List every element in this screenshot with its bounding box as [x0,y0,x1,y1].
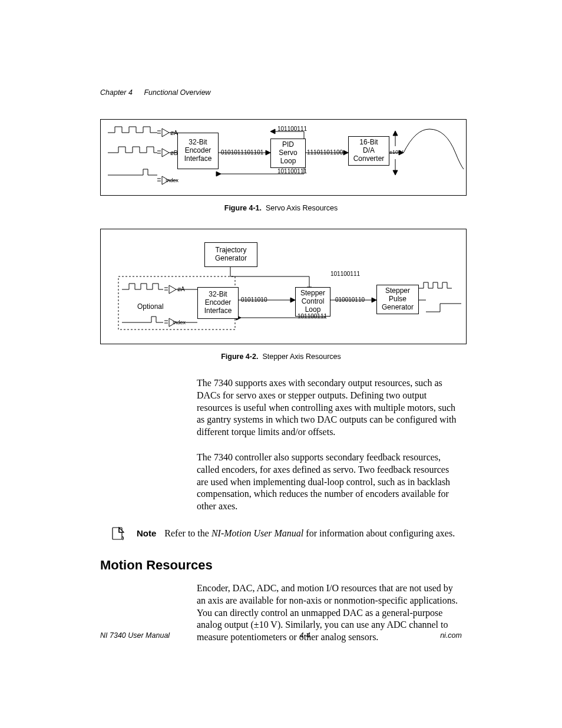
svg-marker-19 [216,172,221,176]
svg-marker-21 [343,150,348,155]
label-bits-top: 101100111 [277,126,307,132]
block-32bit-encoder-interface: 32-BitEncoderInterface [177,133,219,169]
block-stepper-control-loop: StepperControlLoop [295,287,330,317]
block-stepper-pulse-generator: StepperPulseGenerator [376,285,419,314]
chapter-number: Chapter 4 [100,88,133,97]
figure1-caption: Figure 4-1. Servo Axis Resources [100,204,462,212]
block-trajectory-generator: TrajectoryGenerator [204,242,257,267]
label-bits-mid: 010010110 [335,297,365,303]
svg-marker-47 [372,298,376,302]
label-bits-left: 01011010 [241,297,267,303]
block-16bit-da-converter: 16-BitD/AConverter [348,136,389,166]
figure-stepper-axis-resources: TrajectoryGenerator 32-BitEncoderInterfa… [100,229,467,344]
note-icon [111,526,126,541]
paragraph-2: The 7340 controller also supports second… [197,452,462,513]
note-after: for information about configuring axes. [303,528,455,538]
svg-marker-42 [290,298,295,302]
footer-left: NI 7340 User Manual [100,631,170,640]
label-phiA-2: øA [177,286,185,292]
svg-marker-25 [393,131,398,136]
figure2-caption: Figure 4-2. Stepper Axis Resources [100,353,462,361]
section-heading-motion-resources: Motion Resources [100,558,462,573]
note-before: Refer to the [164,528,211,538]
footer-right: ni.com [440,631,462,640]
label-pm10v: ±10 V [389,149,403,155]
figure-servo-axis-resources: 32-BitEncoderInterface PIDServoLoop 16-B… [100,119,467,196]
label-phiB: øB [170,150,178,156]
page-footer: NI 7340 User Manual 4-4 ni.com [100,631,462,640]
label-bits-mid-right: 11101101100 [307,149,343,156]
page: Chapter 4 Functional Overview [0,0,562,728]
label-bits-bot-2: 101100111 [297,313,327,319]
chapter-title: Functional Overview [144,88,210,97]
label-bits-bot: 101100111 [277,168,307,174]
label-optional: Optional [137,302,164,311]
block-pid-servo-loop: PIDServoLoop [270,139,306,168]
svg-marker-5 [162,149,169,157]
label-bits-mid-left: 0101011101101 [221,149,263,156]
label-phiA: øA [170,130,178,136]
chapter-header: Chapter 4 Functional Overview [100,88,462,97]
footer-center: 4-4 [300,631,310,640]
paragraph-1: The 7340 supports axes with secondary ou… [197,377,462,439]
figure2-caption-no: Figure 4-2. [221,353,258,361]
note-text: Note Refer to the NI-Motion User Manual … [137,528,455,540]
label-index-2: Index [173,319,186,325]
note-label: Note [137,528,156,538]
figure2-caption-text: Stepper Axis Resources [262,353,340,361]
figure1-caption-no: Figure 4-1. [224,204,262,212]
note-row: Note Refer to the NI-Motion User Manual … [100,526,462,541]
note-italic: NI-Motion User Manual [211,528,303,538]
svg-marker-15 [270,129,275,134]
figure1-caption-text: Servo Axis Resources [266,204,338,212]
svg-marker-13 [266,150,270,155]
svg-marker-31 [169,285,176,294]
label-index: Index [166,177,178,183]
svg-marker-2 [162,129,169,137]
label-bits-top-2: 101100111 [330,271,360,277]
block-32bit-encoder-interface-2: 32-BitEncoderInterface [197,287,239,319]
